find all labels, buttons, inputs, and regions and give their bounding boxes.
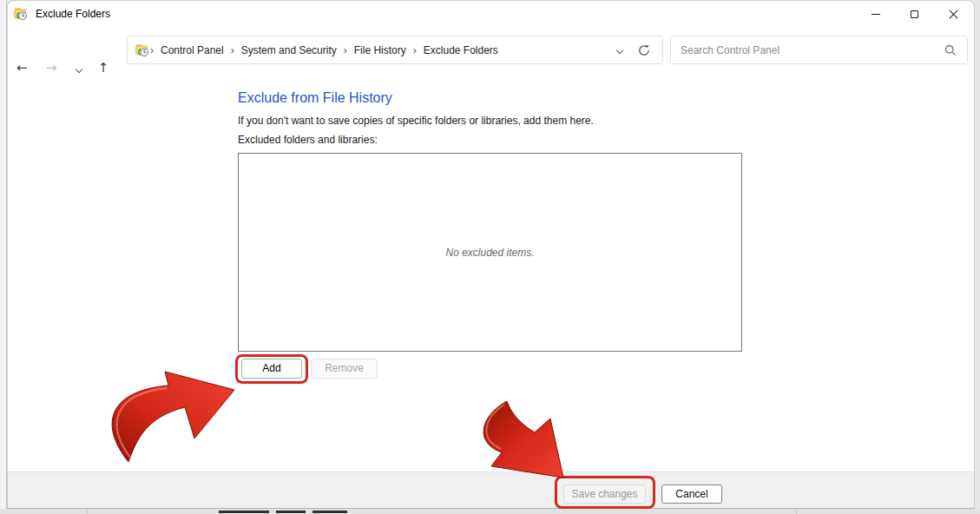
background-divider	[87, 509, 88, 514]
minimize-icon	[871, 14, 880, 15]
maximize-button[interactable]	[895, 1, 934, 27]
background-text-fragment	[219, 511, 269, 513]
address-dropdown-button[interactable]	[608, 39, 631, 62]
forward-button[interactable]: →	[40, 56, 62, 79]
breadcrumb-bar[interactable]: › Control Panel › System and Security › …	[127, 36, 663, 64]
close-button[interactable]	[934, 1, 973, 27]
exclude-folders-window: Exclude Folders ← → ↑ › Control Panel › …	[7, 0, 975, 509]
footer-bar	[8, 471, 974, 508]
search-icon[interactable]	[944, 44, 957, 56]
excluded-list-label: Excluded folders and libraries:	[238, 134, 378, 146]
chevron-down-icon	[76, 66, 82, 73]
window-title: Exclude Folders	[36, 8, 110, 20]
search-box[interactable]: Search Control Panel	[670, 36, 968, 64]
addressbar-right-controls	[608, 39, 662, 62]
file-history-icon	[14, 7, 28, 21]
recent-locations-button[interactable]	[68, 56, 90, 79]
maximize-icon	[911, 10, 918, 18]
refresh-icon	[638, 44, 650, 56]
background-text-fragment	[312, 511, 347, 513]
breadcrumb-item-system-and-security[interactable]: System and Security	[235, 44, 343, 56]
breadcrumb-item-file-history[interactable]: File History	[348, 44, 412, 56]
background-window-edge	[0, 0, 7, 509]
excluded-folders-list[interactable]: No excluded items.	[238, 153, 742, 352]
screen: Exclude Folders ← → ↑ › Control Panel › …	[0, 0, 980, 514]
background-divider	[796, 509, 797, 514]
navigation-bar: ← → ↑ › Control Panel › System and Secur…	[8, 27, 974, 65]
cancel-button[interactable]: Cancel	[661, 484, 722, 504]
breadcrumb-item-exclude-folders[interactable]: Exclude Folders	[418, 44, 504, 56]
back-button[interactable]: ←	[10, 56, 33, 79]
breadcrumb-item-control-panel[interactable]: Control Panel	[155, 44, 230, 56]
background-text-fragment	[276, 511, 306, 513]
page-title: Exclude from File History	[238, 90, 392, 106]
empty-list-message: No excluded items.	[445, 247, 534, 259]
title-bar: Exclude Folders	[8, 1, 974, 27]
chevron-down-icon	[616, 46, 623, 53]
remove-button[interactable]: Remove	[311, 359, 378, 379]
refresh-button[interactable]	[631, 39, 657, 62]
close-icon	[949, 10, 958, 19]
minimize-button[interactable]	[856, 1, 895, 27]
up-button[interactable]: ↑	[92, 56, 115, 79]
save-changes-button[interactable]: Save changes	[563, 484, 646, 504]
page-description: If you don't want to save copies of spec…	[238, 115, 594, 127]
search-input[interactable]: Search Control Panel	[681, 44, 779, 56]
add-button[interactable]: Add	[241, 359, 302, 379]
background-below-window	[0, 509, 980, 514]
window-controls	[856, 1, 973, 27]
file-history-icon	[135, 43, 149, 57]
